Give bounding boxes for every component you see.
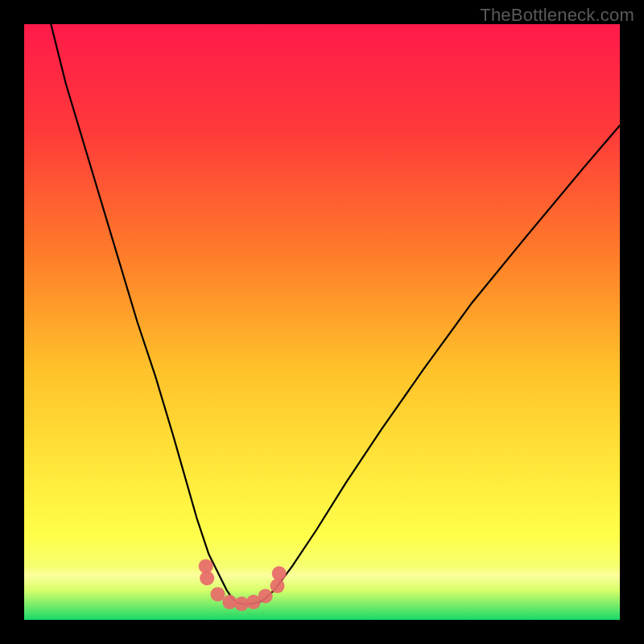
data-marker	[272, 566, 287, 580]
data-marker	[211, 587, 225, 601]
watermark-text: TheBottleneck.com	[480, 5, 634, 26]
data-marker	[258, 588, 273, 603]
bottleneck-curve-path	[51, 24, 620, 605]
data-marker	[200, 571, 214, 585]
chart-frame: TheBottleneck.com	[0, 0, 644, 644]
data-marker	[270, 579, 285, 593]
plot-area	[24, 24, 620, 620]
bottleneck-curve	[51, 24, 620, 605]
curve-layer	[24, 24, 620, 620]
marker-group	[199, 559, 287, 611]
